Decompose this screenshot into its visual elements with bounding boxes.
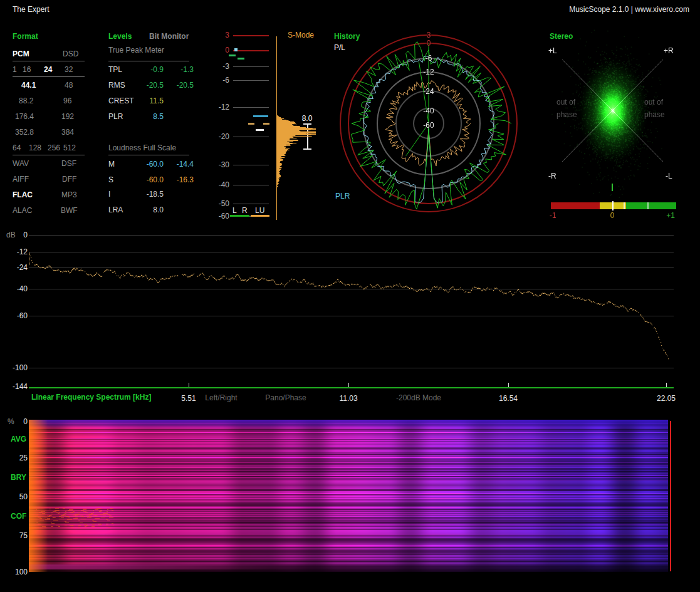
correlation-marker-b bbox=[647, 202, 649, 209]
spectrogram-marker-avg[interactable]: AVG bbox=[11, 435, 26, 444]
correlation-marker-a bbox=[624, 202, 625, 209]
spectrum-mode--200db-mode[interactable]: -200dB Mode bbox=[396, 394, 441, 402]
levels-label-crest: CREST bbox=[108, 97, 134, 105]
format-panel-header: Format bbox=[13, 33, 38, 41]
history-ring-label: -60 bbox=[423, 122, 434, 130]
history-ring-label: -6 bbox=[426, 55, 432, 63]
meter-scale-line bbox=[233, 185, 269, 185]
levels-label-m: M bbox=[108, 160, 115, 169]
meter-scale-label: -20 bbox=[219, 133, 229, 141]
out-of-phase-label-right: out of bbox=[644, 98, 663, 106]
meter-scale-label: -6 bbox=[222, 76, 229, 85]
spectrum-y-tick-label: -144 bbox=[13, 383, 28, 391]
out-of-phase-label-left: phase bbox=[556, 111, 577, 119]
format-option-352.8: 352.8 bbox=[15, 128, 34, 137]
out-of-phase-label-left: out of bbox=[556, 98, 575, 106]
format-option-dff: DFF bbox=[62, 175, 76, 184]
format-divider bbox=[13, 76, 85, 77]
format-option-24: 24 bbox=[44, 66, 52, 74]
levels-section-title: Loudness Full Scale bbox=[108, 144, 176, 152]
momentary-loudness-mark bbox=[253, 115, 268, 117]
meter-legend-lu: LU bbox=[255, 207, 264, 215]
out-of-phase-label-right: phase bbox=[644, 111, 665, 119]
format-option-dsf: DSF bbox=[61, 160, 76, 168]
levels-value1-crest: 11.5 bbox=[150, 97, 164, 105]
spectrum-y-tick-label: -60 bbox=[17, 312, 28, 320]
format-option-256: 256 bbox=[48, 144, 60, 152]
spectrogram-marker-bry[interactable]: BRY bbox=[11, 474, 26, 482]
meter-scale-label: -60 bbox=[219, 212, 229, 221]
meter-scale-label: -12 bbox=[219, 103, 229, 112]
format-option-pcm: PCM bbox=[13, 50, 29, 58]
format-option-32: 32 bbox=[65, 66, 73, 74]
levels-panel-header: Levels bbox=[108, 33, 132, 41]
meter-scale-line bbox=[233, 35, 269, 36]
spectrogram-marker-cof[interactable]: COF bbox=[11, 512, 26, 521]
spectrum-axis-unit: dB bbox=[6, 231, 16, 239]
meter-scale-line bbox=[233, 66, 269, 67]
loudness-histogram-canvas bbox=[274, 34, 320, 222]
levels-value1-lra: 8.0 bbox=[153, 206, 164, 214]
gonio-corner-plus-r: +R bbox=[664, 47, 674, 55]
meter-scale-line bbox=[233, 137, 269, 137]
format-option-128: 128 bbox=[29, 144, 41, 152]
format-option-alac: ALAC bbox=[13, 207, 32, 215]
correlation-label-zero: 0 bbox=[610, 212, 615, 220]
levels-value2-rms: -20.5 bbox=[177, 81, 194, 90]
history-ring-label: 0 bbox=[427, 39, 431, 48]
shortterm-loudness-mark-b bbox=[263, 123, 269, 125]
gonio-corner-minus-r: -R bbox=[548, 172, 556, 180]
format-option-16: 16 bbox=[23, 66, 31, 74]
integrated-loudness-mark bbox=[256, 129, 264, 131]
meter-scale-line bbox=[233, 165, 269, 165]
spectrum-title: Linear Frequency Spectrum [kHz] bbox=[31, 393, 151, 402]
levels-label-rms: RMS bbox=[108, 81, 125, 90]
spectrum-y-tick-label: -100 bbox=[13, 364, 28, 372]
format-option-1: 1 bbox=[13, 66, 17, 74]
correlation-current-tick bbox=[612, 184, 613, 191]
bit-monitor-toggle[interactable]: Bit Monitor bbox=[149, 33, 189, 41]
gonio-corner-minus-l: -L bbox=[666, 172, 672, 180]
format-divider bbox=[13, 155, 85, 155]
correlation-label-min: -1 bbox=[550, 212, 556, 220]
format-option-mp3: MP3 bbox=[61, 191, 77, 199]
levels-value2-tpl: -1.3 bbox=[180, 66, 194, 74]
goniometer-canvas bbox=[539, 28, 700, 222]
format-option-48: 48 bbox=[65, 81, 73, 90]
app-title: The Expert bbox=[13, 6, 50, 14]
spectrum-y-tick-label: 0 bbox=[23, 231, 28, 239]
history-ring-label: -24 bbox=[423, 88, 434, 96]
meter-legend-swatch-lu bbox=[251, 215, 269, 217]
spectrogram-y-tick-label: 0 bbox=[23, 418, 28, 426]
levels-section-divider bbox=[108, 61, 189, 61]
clip-indicator-mark bbox=[234, 48, 238, 51]
history-ring-label: -40 bbox=[423, 107, 434, 115]
levels-value2-m: -14.4 bbox=[177, 160, 194, 169]
meter-scale-label: -40 bbox=[219, 181, 229, 189]
playhead-line bbox=[670, 421, 671, 571]
spectrum-mode-left-right[interactable]: Left/Right bbox=[205, 394, 237, 402]
levels-section-divider bbox=[108, 155, 189, 155]
levels-label-s: S bbox=[108, 176, 113, 184]
levels-label-tpl: TPL bbox=[108, 66, 122, 74]
levels-value1-plr: 8.5 bbox=[153, 113, 164, 121]
spectrogram-y-tick-label: 100 bbox=[15, 568, 28, 576]
spectrogram-y-tick-label: 50 bbox=[19, 493, 28, 501]
shortterm-loudness-mark-a bbox=[248, 123, 254, 125]
spectrogram-canvas bbox=[29, 420, 668, 572]
spectrum-mode-pano-phase[interactable]: Pano/Phase bbox=[265, 394, 306, 402]
spectrum-y-tick-label: -40 bbox=[17, 285, 28, 293]
spectrum-x-tick-label: 11.03 bbox=[339, 395, 357, 403]
gonio-corner-plus-l: +L bbox=[548, 47, 557, 55]
format-option-64: 64 bbox=[13, 144, 21, 152]
meter-legend-swatch-lr bbox=[230, 215, 249, 217]
levels-value1-s: -60.0 bbox=[147, 176, 164, 184]
format-divider bbox=[13, 61, 85, 61]
meter-scale-label: -50 bbox=[219, 200, 229, 208]
format-option-wav: WAV bbox=[13, 160, 29, 168]
tpl-right-peak-mark bbox=[238, 58, 244, 60]
spectrum-plot-canvas bbox=[29, 231, 674, 388]
meter-scale-line bbox=[233, 204, 269, 204]
spectrogram-axis-unit: % bbox=[8, 418, 14, 426]
meter-scale-label: 0 bbox=[225, 46, 229, 55]
